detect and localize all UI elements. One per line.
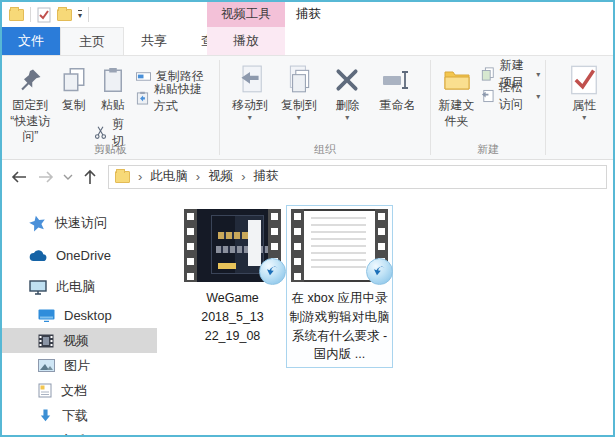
tab-home[interactable]: 主页 [60,27,124,55]
quick-access-star-icon [29,215,46,232]
thumbnail-preview [304,209,375,282]
group-label-organize: 组织 [219,142,430,157]
breadcrumb-this-pc[interactable]: 此电脑 [150,168,188,185]
paste-shortcut-label: 粘贴快捷方式 [154,81,214,115]
pin-to-quick-access-button[interactable]: 固定到“快速访问” [5,59,55,145]
properties-button[interactable]: 属性 ▾ [559,59,609,121]
sidebar-item-label: OneDrive [56,248,111,263]
back-button[interactable] [6,164,32,190]
rename-button[interactable]: 重命名 [370,59,424,114]
breadcrumb-videos[interactable]: 视频 [208,168,233,185]
cut-icon [94,126,107,139]
rename-label: 重命名 [379,98,415,114]
dropdown-caret-icon: ▾ [297,114,301,121]
dropdown-caret-icon: ▾ [345,114,349,121]
breadcrumb-separator-icon: › [188,169,208,184]
play-overlay-icon [366,258,393,285]
ribbon-tab-bar: 文件 主页 共享 查看 播放 [2,27,613,56]
address-folder-icon [115,171,130,183]
separator [88,7,89,22]
sidebar-item-label: Desktop [64,308,112,323]
customize-toolbar-icon[interactable]: ▾ [78,10,82,20]
cut-button[interactable]: 剪切 [92,122,134,144]
file-item-wegame[interactable]: WeGame 2018_5_13 22_19_08 [179,205,286,349]
paste-shortcut-button[interactable]: 粘贴快捷方式 [134,87,216,109]
sidebar-item-label: 文档 [61,382,87,400]
file-name: WeGame 2018_5_13 22_19_08 [182,289,283,345]
breadcrumb-separator-icon: › [130,169,150,184]
file-list: WeGame 2018_5_13 22_19_08 在 xbox 应用中录制游戏… [169,193,613,436]
copy-icon [62,62,86,98]
dropdown-caret-icon: ▾ [582,114,586,121]
delete-button[interactable]: 删除 ▾ [324,59,370,121]
properties-label: 属性 [572,98,596,114]
sidebar-item-documents[interactable]: 文档 [2,378,157,403]
pin-label: 固定到“快速访问” [5,98,55,145]
ribbon-group-clipboard: 固定到“快速访问” 复制 粘贴 剪切 [2,56,219,159]
copy-to-button[interactable]: 复制到 ▾ [274,59,323,121]
easy-access-icon [481,89,494,103]
address-input[interactable]: › 此电脑 › 视频 › 捕获 [108,165,607,189]
sidebar-item-downloads[interactable]: 下载 [2,403,157,428]
sidebar-item-quick-access[interactable]: 快速访问 [2,207,157,239]
this-pc-monitor-icon [29,280,47,295]
sidebar-item-this-pc[interactable]: 此电脑 [2,271,157,303]
folder-icon[interactable] [57,9,72,21]
sidebar-item-label: 此电脑 [56,278,95,296]
delete-label: 删除 [335,98,359,114]
easy-access-button[interactable]: 轻松访问 ▾ [479,85,543,107]
easy-access-label: 轻松访问 [499,79,532,113]
new-folder-button[interactable]: 新建文件夹 [434,59,479,129]
play-overlay-icon [259,258,286,285]
dropdown-caret-icon: ▾ [536,71,540,78]
copy-path-icon [136,70,151,82]
tab-file[interactable]: 文件 [2,27,60,55]
paste-icon [101,62,125,98]
sidebar-item-label: 视频 [63,332,89,350]
paste-label: 粘贴 [101,98,125,114]
sidebar-item-music[interactable]: 音乐 [2,428,157,437]
breadcrumb-capture[interactable]: 捕获 [254,168,279,185]
recent-locations-button[interactable] [60,164,76,190]
thumbnail-preview [197,209,268,282]
copy-label: 复制 [62,98,86,114]
quick-access-toolbar: ▾ [9,7,89,23]
folder-icon[interactable] [9,9,24,21]
up-button[interactable] [77,164,103,190]
tab-share[interactable]: 共享 [124,27,184,55]
pin-icon [18,62,42,98]
ribbon-group-organize: 移动到 ▾ 复制到 ▾ 删除 ▾ [219,56,430,159]
dropdown-caret-icon: ▾ [248,114,252,121]
sidebar-item-onedrive[interactable]: OneDrive [2,239,157,271]
documents-icon [38,383,52,398]
move-to-button[interactable]: 移动到 ▾ [225,59,274,121]
move-to-icon [237,62,263,98]
copy-button[interactable]: 复制 [55,59,92,114]
properties-shortcut-icon[interactable] [37,7,51,23]
sidebar-item-label: 快速访问 [55,214,107,232]
video-thumbnail [291,209,388,282]
content-area: 快速访问 OneDrive 此电脑 Desktop [2,193,613,436]
downloads-arrow-icon [38,408,53,423]
ribbon-group-properties: 属性 ▾ [546,56,613,159]
filmstrip-rail [184,209,197,282]
new-item-icon [481,67,495,81]
ribbon-group-new: 新建文件夹 新建项目 ▾ 轻松访问 ▾ 新建 [431,56,545,159]
copy-to-icon [286,62,312,98]
paste-button[interactable]: 粘贴 [92,59,134,114]
tab-play[interactable]: 播放 [207,27,285,55]
forward-button[interactable] [33,164,59,190]
ribbon: 固定到“快速访问” 复制 粘贴 剪切 [2,56,613,160]
navigation-pane: 快速访问 OneDrive 此电脑 Desktop [2,193,169,436]
music-note-icon [38,433,51,437]
file-item-xbox-recording[interactable]: 在 xbox 应用中录制游戏剪辑对电脑系统有什么要求 - 国内版 ... [286,205,393,368]
address-bar: › 此电脑 › 视频 › 捕获 [2,160,613,193]
contextual-tab-group-header: 视频工具 [207,2,285,27]
sidebar-item-videos[interactable]: 视频 [2,328,157,353]
group-label-new: 新建 [431,142,545,157]
new-folder-icon [442,62,472,98]
sidebar-item-pictures[interactable]: 图片 [2,353,157,378]
pictures-icon [38,359,55,372]
sidebar-item-desktop[interactable]: Desktop [2,303,157,328]
file-name: 在 xbox 应用中录制游戏剪辑对电脑系统有什么要求 - 国内版 ... [289,289,390,364]
